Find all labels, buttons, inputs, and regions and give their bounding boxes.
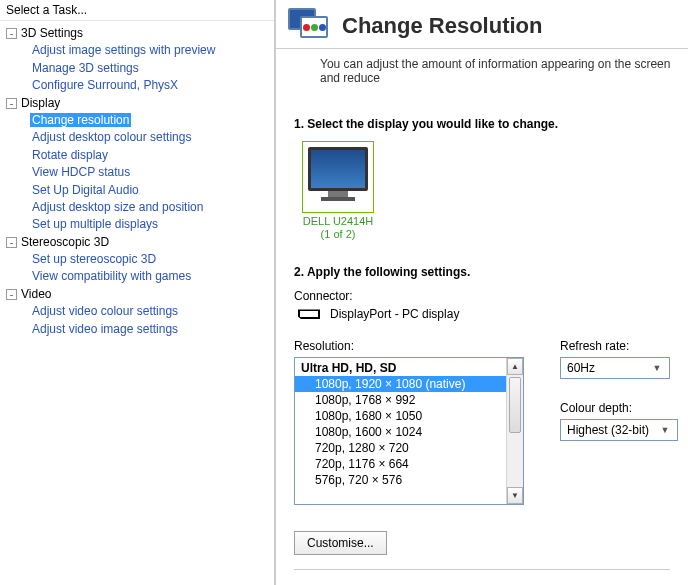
page-description: You can adjust the amount of information…	[276, 49, 688, 95]
tree-link[interactable]: Rotate display	[30, 148, 110, 162]
sidebar-header: Select a Task...	[0, 0, 274, 21]
display-index: (1 of 2)	[302, 228, 374, 241]
tree-group-label: 3D Settings	[21, 26, 83, 40]
tree-link[interactable]: Adjust video colour settings	[30, 304, 180, 318]
tree-collapse-icon[interactable]: -	[6, 237, 17, 248]
tree-link[interactable]: Change resolution	[30, 113, 131, 127]
tree-link[interactable]: Adjust image settings with preview	[30, 43, 217, 57]
resolution-item[interactable]: 1080p, 1920 × 1080 (native)	[295, 376, 506, 392]
tree-link[interactable]: Adjust desktop colour settings	[30, 130, 193, 144]
resolution-listbox[interactable]: Ultra HD, HD, SD 1080p, 1920 × 1080 (nat…	[294, 357, 524, 505]
chevron-down-icon: ▼	[649, 363, 665, 373]
customise-button[interactable]: Customise...	[294, 531, 387, 555]
step-1-heading: 1. Select the display you would like to …	[294, 117, 670, 131]
task-sidebar: Select a Task... -3D SettingsAdjust imag…	[0, 0, 276, 585]
scroll-up-arrow-icon[interactable]: ▲	[507, 358, 523, 375]
colour-depth-dropdown[interactable]: Highest (32-bit) ▼	[560, 419, 678, 441]
connector-value: DisplayPort - PC display	[330, 307, 459, 321]
colour-depth-value: Highest (32-bit)	[567, 423, 649, 437]
tree-link[interactable]: Configure Surround, PhysX	[30, 78, 180, 92]
monitor-icon	[308, 147, 368, 191]
resolution-item[interactable]: 720p, 1176 × 664	[295, 456, 506, 472]
resolution-item[interactable]: 720p, 1280 × 720	[295, 440, 506, 456]
resolution-item[interactable]: 1080p, 1680 × 1050	[295, 408, 506, 424]
tree-link[interactable]: Adjust desktop size and position	[30, 200, 205, 214]
display-thumbnail[interactable]: DELL U2414H (1 of 2)	[302, 141, 374, 241]
resolution-item[interactable]: 1080p, 1600 × 1024	[295, 424, 506, 440]
refresh-rate-label: Refresh rate:	[560, 339, 678, 353]
scroll-thumb[interactable]	[509, 377, 521, 433]
tree-group-label: Video	[21, 287, 51, 301]
resolution-item[interactable]: 1080p, 1768 × 992	[295, 392, 506, 408]
tree-group-label: Display	[21, 96, 60, 110]
monitors-icon	[288, 8, 330, 44]
refresh-rate-dropdown[interactable]: 60Hz ▼	[560, 357, 670, 379]
main-panel: Change Resolution You can adjust the amo…	[276, 0, 688, 585]
colour-depth-label: Colour depth:	[560, 401, 678, 415]
tree-link[interactable]: Manage 3D settings	[30, 61, 141, 75]
tree-link[interactable]: View HDCP status	[30, 165, 132, 179]
resolution-group: Ultra HD, HD, SD	[295, 360, 506, 376]
task-tree: -3D SettingsAdjust image settings with p…	[0, 21, 274, 585]
tree-link[interactable]: Adjust video image settings	[30, 322, 180, 336]
step-2-heading: 2. Apply the following settings.	[294, 265, 670, 279]
scroll-down-arrow-icon[interactable]: ▼	[507, 487, 523, 504]
tree-collapse-icon[interactable]: -	[6, 28, 17, 39]
resolution-item[interactable]: 576p, 720 × 576	[295, 472, 506, 488]
listbox-scrollbar[interactable]: ▲ ▼	[506, 358, 523, 504]
tree-group-label: Stereoscopic 3D	[21, 235, 109, 249]
tree-collapse-icon[interactable]: -	[6, 289, 17, 300]
chevron-down-icon: ▼	[657, 425, 673, 435]
page-title: Change Resolution	[342, 13, 542, 39]
tree-collapse-icon[interactable]: -	[6, 98, 17, 109]
tree-link[interactable]: Set up stereoscopic 3D	[30, 252, 158, 266]
connector-label: Connector:	[294, 289, 670, 303]
display-name: DELL U2414H	[302, 215, 374, 228]
tree-link[interactable]: View compatibility with games	[30, 269, 193, 283]
tree-link[interactable]: Set Up Digital Audio	[30, 183, 141, 197]
refresh-rate-value: 60Hz	[567, 361, 595, 375]
resolution-label: Resolution:	[294, 339, 524, 353]
tree-link[interactable]: Set up multiple displays	[30, 217, 160, 231]
displayport-icon	[298, 309, 320, 319]
